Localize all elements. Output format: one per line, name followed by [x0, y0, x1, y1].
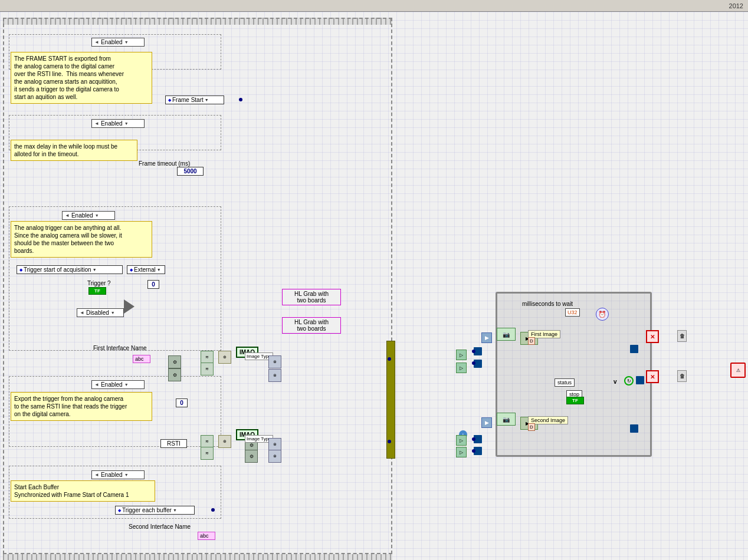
gray-box-millis [496, 292, 652, 457]
camera-node-2: 📷 [497, 413, 516, 426]
sq-node-end-2 [630, 424, 638, 433]
zero-value-1[interactable]: 0 [147, 280, 159, 289]
enabled-dropdown-3[interactable]: Enabled [62, 211, 115, 220]
play-btn-1[interactable]: ▶ [481, 332, 492, 343]
titlebar: 2012 [0, 0, 748, 12]
wire-dot-r2 [472, 361, 475, 365]
cam-out-1: ▷ [456, 350, 467, 360]
v-connector: v [614, 378, 617, 385]
timeout-value[interactable]: 5000 [177, 167, 204, 176]
main-canvas: Enabled The FRAME START is exported from… [0, 12, 748, 560]
wire-dot-r1 [472, 350, 475, 353]
second-interface-name-label: Second Interface Name [129, 523, 191, 530]
note-2: the max delay in the while loop must be … [11, 140, 137, 161]
second-interface-input[interactable]: abc [198, 532, 215, 540]
sq-node-end-1 [630, 345, 638, 353]
trigger-start-dropdown[interactable]: Trigger start of acquisition [17, 265, 123, 274]
cam-out-4: ▷ [456, 447, 467, 457]
millis-label: milliseconds to wait [522, 301, 573, 307]
tf-indicator: TF [88, 287, 106, 295]
disabled-dropdown[interactable]: Disabled [77, 308, 124, 317]
u32-box: U32 [565, 308, 580, 317]
second-image-d: D [528, 423, 535, 431]
cam-out-2: ▷ [456, 363, 467, 373]
frame-timeout-label: Frame timeout (ms) [139, 160, 190, 167]
first-image-d: D [528, 337, 535, 345]
enabled-dropdown-5[interactable]: Enabled [91, 470, 145, 479]
merge-node [124, 299, 134, 314]
note-4: Export the trigger from the analog camer… [11, 392, 152, 421]
wire-dot-r3 [472, 437, 475, 441]
note-3: The analog trigger can be anything at al… [11, 221, 152, 258]
imaq-func-3: ≋ [201, 435, 214, 448]
delete-icon-1[interactable]: 🗑 [677, 330, 687, 342]
external-dropdown[interactable]: External [127, 265, 165, 274]
conn-node-2: ⊗ [268, 369, 281, 382]
zero-value-2[interactable]: 0 [176, 398, 188, 407]
status-node: status [555, 378, 575, 387]
camera-node-1: 📷 [497, 328, 516, 341]
func-node-6: ⊕ [218, 435, 231, 448]
func-node-5: ⊕ [218, 351, 231, 364]
clock-icon: ⏰ [596, 308, 609, 321]
func-node-4: ⚙ [245, 450, 258, 463]
sq-node-status [636, 376, 644, 384]
play-btn-2[interactable]: ▶ [481, 417, 492, 428]
trigger-q-label: Trigger ? [87, 280, 111, 286]
cam-out-3: ▷ [456, 435, 467, 446]
trigger-each-buffer[interactable]: Trigger each buffer [115, 506, 195, 515]
imaq-func-1: ≋ [201, 351, 214, 364]
loop-indicator: ↻ [624, 376, 634, 386]
error-output: ⚠ [730, 363, 746, 378]
wire-dot-frame-start [239, 98, 242, 101]
stop-tf: TF [566, 397, 584, 404]
conn-node-4: ⊗ [268, 450, 281, 463]
wire-dot-r4 [472, 449, 475, 453]
imaq-func-4: ≋ [201, 447, 214, 460]
rsti-label: RSTI [160, 439, 187, 448]
enabled-dropdown-1[interactable]: Enabled [91, 38, 145, 47]
enabled-dropdown-2[interactable]: Enabled [91, 119, 145, 128]
first-interface-input[interactable]: abc [133, 355, 150, 363]
error-x-1: ✕ [646, 330, 659, 343]
bottom-strip-2 [3, 554, 392, 560]
wire-dot-main-2 [388, 440, 391, 443]
note-1: The FRAME START is exported from the ana… [11, 52, 152, 104]
first-interface-name-label: First Interface Name [93, 345, 147, 351]
delete-icon-2[interactable]: 🗑 [677, 370, 687, 382]
hl-grab-1: HL Grab with two boards [282, 289, 341, 305]
imaq-func-2: ≋ [201, 363, 214, 375]
frame-start-dropdown[interactable]: Frame Start [165, 95, 224, 104]
wire-dot-trigger-buffer [211, 508, 215, 512]
func-node-2: ⚙ [168, 368, 181, 381]
enabled-dropdown-4[interactable]: Enabled [91, 380, 145, 389]
conn-node-3: ⊗ [268, 438, 281, 451]
func-node-1: ⚙ [168, 355, 181, 368]
year-label: 2012 [729, 2, 743, 9]
wire-dot-main-1 [388, 357, 391, 361]
error-x-2: ✕ [646, 370, 659, 383]
note-5: Start Each Buffer Synchronized with Fram… [11, 480, 155, 502]
conn-node-1: ⊗ [268, 355, 281, 368]
hl-grab-2: HL Grab with two boards [282, 317, 341, 334]
